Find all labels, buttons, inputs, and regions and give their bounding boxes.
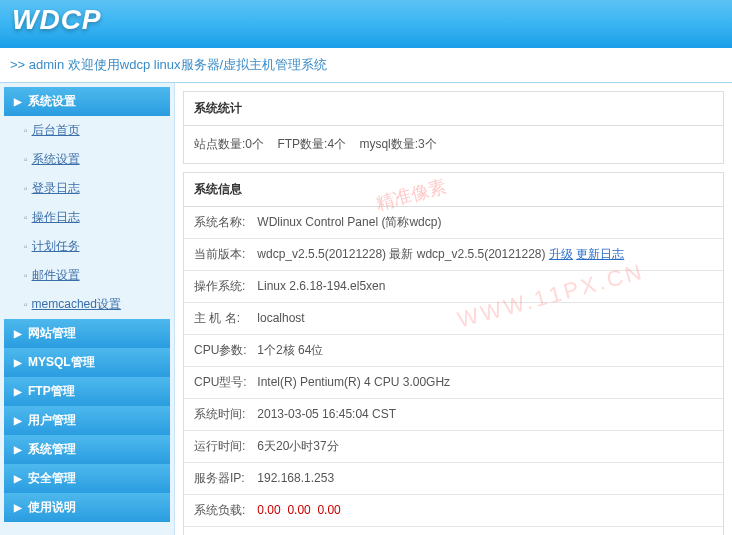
label: CPU参数: xyxy=(194,342,254,359)
logo: WDCP xyxy=(12,4,102,35)
sysinfo-panel: 系统信息 系统名称: WDlinux Control Panel (简称wdcp… xyxy=(183,172,724,535)
label: 系统负载: xyxy=(194,502,254,519)
chevron-right-icon: ▶ xyxy=(14,328,22,339)
load-2: 0.00 xyxy=(287,503,310,517)
changelog-link[interactable]: 更新日志 xyxy=(576,247,624,261)
value: localhost xyxy=(257,311,304,325)
menu-section-user[interactable]: ▶用户管理 xyxy=(4,406,170,435)
row-system-name: 系统名称: WDlinux Control Panel (简称wdcp) xyxy=(184,207,723,239)
sidebar-item-label[interactable]: memcached设置 xyxy=(32,296,121,313)
site-count-value: 0个 xyxy=(245,137,264,151)
ftp-count-value: 4个 xyxy=(327,137,346,151)
row-cpu-model: CPU型号: Intel(R) Pentium(R) 4 CPU 3.00GHz xyxy=(184,367,723,399)
row-cpu-params: CPU参数: 1个2核 64位 xyxy=(184,335,723,367)
submenu-system-settings: ▫后台首页 ▫系统设置 ▫登录日志 ▫操作日志 ▫计划任务 ▫邮件设置 ▫mem… xyxy=(4,116,170,319)
row-systime: 系统时间: 2013-03-05 16:45:04 CST xyxy=(184,399,723,431)
sidebar: ▶ 系统设置 ▫后台首页 ▫系统设置 ▫登录日志 ▫操作日志 ▫计划任务 ▫邮件… xyxy=(0,83,175,535)
label: 运行时间: xyxy=(194,438,254,455)
value: WDlinux Control Panel (简称wdcp) xyxy=(257,215,441,229)
mysql-count-label: mysql数量: xyxy=(359,137,418,151)
label: 当前版本: xyxy=(194,246,254,263)
label: 系统时间: xyxy=(194,406,254,423)
load-1: 0.00 xyxy=(257,503,280,517)
sidebar-item-label[interactable]: 操作日志 xyxy=(32,209,80,226)
menu-section-label: 使用说明 xyxy=(28,499,76,516)
stats-title: 系统统计 xyxy=(184,92,723,126)
value: 2013-03-05 16:45:04 CST xyxy=(257,407,396,421)
row-hostname: 主 机 名: localhost xyxy=(184,303,723,335)
mysql-count-value: 3个 xyxy=(418,137,437,151)
sidebar-item-settings[interactable]: ▫系统设置 xyxy=(4,145,170,174)
row-load: 系统负载: 0.00 0.00 0.00 xyxy=(184,495,723,527)
value: Intel(R) Pentium(R) 4 CPU 3.00GHz xyxy=(257,375,450,389)
chevron-right-icon: ▶ xyxy=(14,473,22,484)
menu-section-label: 系统设置 xyxy=(28,93,76,110)
label: 操作系统: xyxy=(194,278,254,295)
bullet-icon: ▫ xyxy=(24,241,28,252)
bullet-icon: ▫ xyxy=(24,299,28,310)
value: Linux 2.6.18-194.el5xen xyxy=(257,279,385,293)
stats-body: 站点数量:0个 FTP数量:4个 mysql数量:3个 xyxy=(184,126,723,163)
load-3: 0.00 xyxy=(317,503,340,517)
ftp-count-label: FTP数量: xyxy=(277,137,327,151)
breadcrumb: >> admin 欢迎使用wdcp linux服务器/虚拟主机管理系统 xyxy=(0,48,732,83)
app-header: WDCP xyxy=(0,0,732,48)
label: 主 机 名: xyxy=(194,310,254,327)
menu-section-label: 用户管理 xyxy=(28,412,76,429)
menu-section-label: 系统管理 xyxy=(28,441,76,458)
menu-section-system[interactable]: ▶系统管理 xyxy=(4,435,170,464)
main-content: 精准像素 WWW.11PX.CN 系统统计 站点数量:0个 FTP数量:4个 m… xyxy=(175,83,732,535)
sidebar-item-label[interactable]: 登录日志 xyxy=(32,180,80,197)
sidebar-item-label[interactable]: 计划任务 xyxy=(32,238,80,255)
value: wdcp_v2.5.5(20121228) 最新 wdcp_v2.5.5(201… xyxy=(257,247,545,261)
menu-section-label: 安全管理 xyxy=(28,470,76,487)
chevron-right-icon: ▶ xyxy=(14,96,22,107)
bullet-icon: ▫ xyxy=(24,270,28,281)
menu-section-security[interactable]: ▶安全管理 xyxy=(4,464,170,493)
stats-panel: 系统统计 站点数量:0个 FTP数量:4个 mysql数量:3个 xyxy=(183,91,724,164)
value: 1个2核 64位 xyxy=(257,343,323,357)
sidebar-item-op-log[interactable]: ▫操作日志 xyxy=(4,203,170,232)
sysinfo-title: 系统信息 xyxy=(184,173,723,207)
chevron-right-icon: ▶ xyxy=(14,502,22,513)
sidebar-item-login-log[interactable]: ▫登录日志 xyxy=(4,174,170,203)
bullet-icon: ▫ xyxy=(24,183,28,194)
menu-section-system-settings[interactable]: ▶ 系统设置 xyxy=(4,87,170,116)
menu-section-label: FTP管理 xyxy=(28,383,75,400)
sidebar-item-mail[interactable]: ▫邮件设置 xyxy=(4,261,170,290)
menu-section-ftp[interactable]: ▶FTP管理 xyxy=(4,377,170,406)
bullet-icon: ▫ xyxy=(24,154,28,165)
label: 系统名称: xyxy=(194,214,254,231)
label: CPU型号: xyxy=(194,374,254,391)
chevron-right-icon: ▶ xyxy=(14,357,22,368)
menu-section-website[interactable]: ▶网站管理 xyxy=(4,319,170,348)
menu-section-help[interactable]: ▶使用说明 xyxy=(4,493,170,522)
value: 6天20小时37分 xyxy=(257,439,338,453)
sidebar-item-label[interactable]: 邮件设置 xyxy=(32,267,80,284)
upgrade-link[interactable]: 升级 xyxy=(549,247,573,261)
sidebar-item-cron[interactable]: ▫计划任务 xyxy=(4,232,170,261)
row-server-ip: 服务器IP: 192.168.1.253 xyxy=(184,463,723,495)
site-count-label: 站点数量: xyxy=(194,137,245,151)
row-uptime: 运行时间: 6天20小时37分 xyxy=(184,431,723,463)
row-os: 操作系统: Linux 2.6.18-194.el5xen xyxy=(184,271,723,303)
row-version: 当前版本: wdcp_v2.5.5(20121228) 最新 wdcp_v2.5… xyxy=(184,239,723,271)
chevron-right-icon: ▶ xyxy=(14,444,22,455)
sidebar-item-home[interactable]: ▫后台首页 xyxy=(4,116,170,145)
menu-section-mysql[interactable]: ▶MYSQL管理 xyxy=(4,348,170,377)
sidebar-item-memcached[interactable]: ▫memcached设置 xyxy=(4,290,170,319)
sidebar-item-label[interactable]: 系统设置 xyxy=(32,151,80,168)
value: 192.168.1.253 xyxy=(257,471,334,485)
bullet-icon: ▫ xyxy=(24,212,28,223)
menu-section-label: MYSQL管理 xyxy=(28,354,95,371)
chevron-right-icon: ▶ xyxy=(14,386,22,397)
sidebar-item-label[interactable]: 后台首页 xyxy=(32,122,80,139)
row-memory: 内存使用: 总:256M 已用: 230M 剩余:26M xyxy=(184,527,723,535)
bullet-icon: ▫ xyxy=(24,125,28,136)
menu-section-label: 网站管理 xyxy=(28,325,76,342)
label: 服务器IP: xyxy=(194,470,254,487)
chevron-right-icon: ▶ xyxy=(14,415,22,426)
